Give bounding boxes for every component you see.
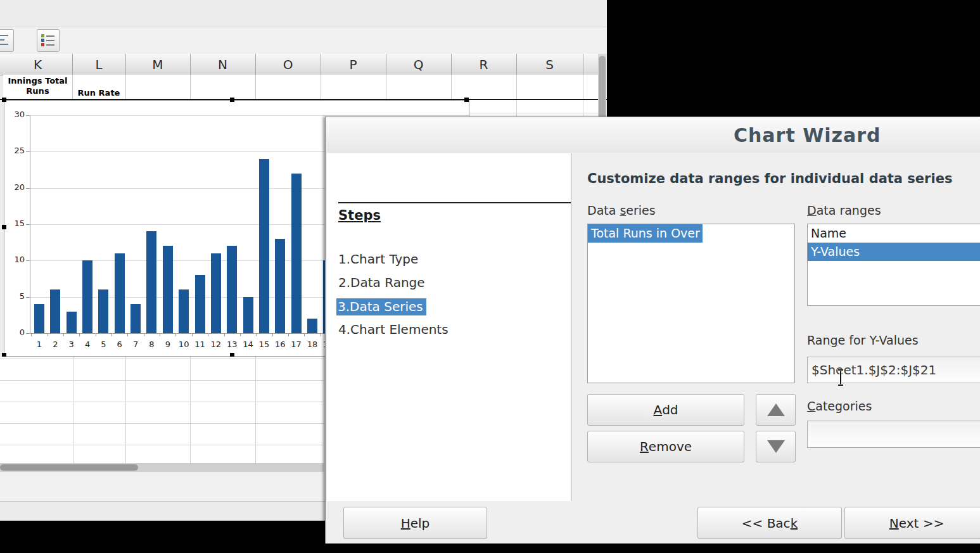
x-axis-label: 5: [95, 340, 111, 349]
down-arrow-icon: [767, 440, 785, 453]
list-item-name[interactable]: Name: [808, 224, 980, 243]
column-header-R[interactable]: R: [451, 54, 517, 75]
horizontal-grids-icon[interactable]: [0, 29, 14, 52]
x-tick: [272, 333, 273, 336]
x-tick: [111, 333, 112, 336]
step-item-2[interactable]: 2.Data Range: [338, 275, 425, 290]
cell-M1[interactable]: [125, 75, 191, 99]
sheet-row-1[interactable]: Innings Total Runs Run Rate: [3, 75, 598, 99]
selection-handle[interactable]: [230, 98, 234, 102]
selection-handle[interactable]: [2, 225, 6, 229]
chart-toolbar: A ↕: [0, 27, 607, 54]
step-item-4[interactable]: 4.Chart Elements: [338, 322, 449, 337]
horizontal-scrollbar[interactable]: [0, 463, 324, 472]
move-down-button[interactable]: [756, 431, 796, 462]
range-input[interactable]: $Sheet1.$J$2:$J$21: [807, 357, 980, 383]
legend-icon[interactable]: [37, 29, 60, 52]
x-tick: [79, 333, 80, 336]
dialog-titlebar[interactable]: Chart Wizard: [326, 117, 980, 153]
bar-over-9: [163, 246, 173, 333]
vertical-scrollbar-thumb[interactable]: [599, 56, 606, 117]
help-button[interactable]: Help: [343, 507, 487, 539]
chart-wizard-dialog: Chart Wizard Steps 1.Chart Type2.Data Ra…: [325, 117, 980, 543]
column-header-K[interactable]: K: [3, 54, 73, 75]
column-header-S[interactable]: S: [516, 54, 583, 75]
x-axis-label: 10: [175, 340, 192, 349]
y-axis-label: 15: [8, 219, 25, 228]
x-tick: [160, 333, 160, 336]
data-series-label: Data series: [587, 203, 656, 217]
column-header-L[interactable]: L: [72, 54, 126, 75]
add-button[interactable]: Add: [587, 394, 744, 426]
x-axis-label: 16: [272, 340, 288, 349]
y-axis: [30, 115, 30, 333]
bar-over-17: [291, 174, 302, 333]
data-series-listbox[interactable]: Total Runs in Over: [587, 224, 795, 383]
bar-over-8: [146, 231, 156, 333]
bar-over-13: [227, 246, 237, 333]
bar-over-2: [50, 289, 60, 333]
y-axis-label: 10: [8, 255, 25, 264]
selection-handle[interactable]: [2, 98, 6, 102]
x-axis-label: 13: [224, 340, 240, 349]
y-axis-label: 25: [8, 146, 25, 155]
selection-handle[interactable]: [464, 98, 469, 102]
data-ranges-listbox[interactable]: NameY-Values: [807, 224, 980, 306]
x-axis-label: 2: [47, 340, 63, 349]
text-cursor: [837, 369, 844, 386]
gridline-y-30: [30, 115, 469, 116]
x-axis-label: 8: [143, 340, 160, 349]
cell-K1[interactable]: Innings Total Runs: [3, 75, 73, 99]
sheet-cells-right[interactable]: [469, 100, 598, 117]
x-axis-label: 4: [79, 340, 96, 349]
categories-input[interactable]: [807, 421, 980, 448]
x-axis-label: 6: [111, 340, 128, 349]
list-item-y-values[interactable]: Y-Values: [808, 243, 980, 261]
list-item-total-runs-in-over[interactable]: Total Runs in Over: [588, 224, 703, 243]
bar-over-16: [275, 239, 285, 333]
cell-P1[interactable]: [321, 75, 386, 99]
cell-L1[interactable]: Run Rate: [72, 75, 126, 99]
horizontal-scrollbar-thumb[interactable]: [0, 464, 138, 471]
dialog-title: Chart Wizard: [734, 124, 881, 146]
cell-N1[interactable]: [190, 75, 256, 99]
sheet-cells-below[interactable]: [0, 357, 324, 463]
x-tick: [175, 333, 176, 336]
desktop: A ↕ KLMNOPQRS Innings Total Runs Run Rat…: [0, 0, 980, 553]
x-axis-label: 9: [160, 340, 176, 349]
bar-over-15: [259, 159, 269, 333]
steps-title: Steps: [338, 208, 381, 223]
column-header-N[interactable]: N: [190, 54, 256, 75]
x-tick: [240, 333, 241, 336]
bar-over-12: [211, 253, 221, 333]
x-tick: [127, 333, 128, 336]
column-header-M[interactable]: M: [125, 54, 191, 75]
step-item-1[interactable]: 1.Chart Type: [338, 251, 418, 267]
remove-button[interactable]: Remove: [587, 431, 744, 462]
column-header-Q[interactable]: Q: [386, 54, 452, 75]
vertical-scrollbar[interactable]: [598, 54, 606, 117]
column-header-O[interactable]: O: [255, 54, 321, 75]
x-tick: [256, 333, 257, 336]
x-axis-label: 11: [192, 340, 208, 349]
x-tick: [288, 333, 289, 336]
move-up-button[interactable]: [756, 394, 796, 426]
back-button[interactable]: << Back: [697, 507, 842, 539]
cell-S1[interactable]: [516, 75, 583, 99]
cell-T1[interactable]: [583, 75, 598, 99]
x-axis-label: 15: [256, 340, 272, 349]
column-header-P[interactable]: P: [321, 54, 386, 75]
bar-over-11: [195, 275, 205, 333]
bar-over-14: [243, 297, 253, 333]
cell-Q1[interactable]: [386, 75, 452, 99]
cell-O1[interactable]: [255, 75, 321, 99]
bar-over-10: [179, 289, 189, 333]
x-axis-label: 18: [304, 340, 321, 349]
next-button[interactable]: Next >>: [844, 507, 980, 539]
steps-panel: Steps 1.Chart Type2.Data Range3.Data Ser…: [327, 153, 571, 501]
step-item-3[interactable]: 3.Data Series: [336, 298, 426, 315]
column-headers[interactable]: KLMNOPQRS: [0, 54, 598, 75]
cell-R1[interactable]: [451, 75, 517, 99]
x-tick: [63, 333, 64, 336]
x-tick: [31, 333, 32, 336]
